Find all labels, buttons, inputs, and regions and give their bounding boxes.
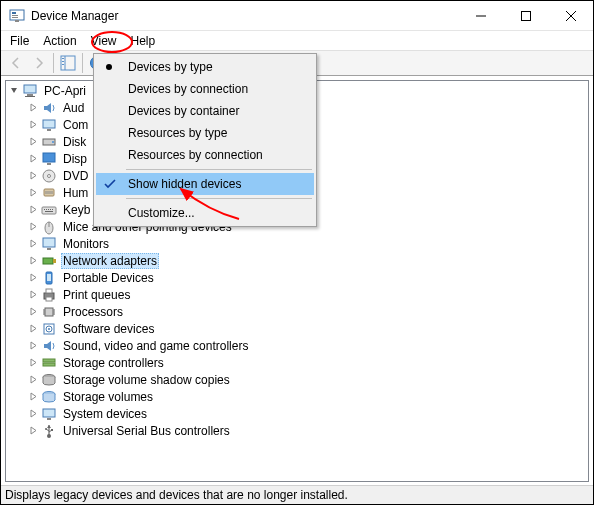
menu-action[interactable]: Action (36, 33, 83, 49)
svg-point-22 (52, 141, 54, 143)
svg-point-69 (45, 428, 47, 430)
svg-rect-65 (47, 418, 51, 420)
tree-item[interactable]: Monitors (6, 235, 588, 252)
expander-icon[interactable] (27, 170, 39, 182)
tree-item[interactable]: Universal Serial Bus controllers (6, 422, 588, 439)
svg-rect-18 (25, 96, 35, 97)
computer-icon (22, 83, 38, 99)
device-category-icon (41, 389, 57, 405)
expander-icon[interactable] (27, 153, 39, 165)
expander-icon[interactable] (27, 102, 39, 114)
svg-rect-33 (44, 209, 45, 210)
svg-rect-64 (43, 409, 55, 417)
back-button[interactable] (5, 52, 27, 74)
tree-item[interactable]: Storage volumes (6, 388, 588, 405)
menu-help[interactable]: Help (124, 33, 163, 49)
tree-item-label: Portable Devices (61, 271, 156, 285)
expander-icon[interactable] (27, 289, 39, 301)
tree-item-label: Print queues (61, 288, 132, 302)
expander-icon[interactable] (27, 221, 39, 233)
tree-root-label: PC-Apri (42, 84, 88, 98)
expander-icon[interactable] (27, 340, 39, 352)
menu-bar: File Action View Help (1, 31, 593, 50)
device-category-icon (41, 423, 57, 439)
expander-icon[interactable] (27, 255, 39, 267)
device-category-icon (41, 134, 57, 150)
svg-point-26 (48, 174, 51, 177)
tree-item-label: Disk (61, 135, 88, 149)
svg-rect-36 (50, 209, 51, 210)
menu-show-hidden-devices[interactable]: Show hidden devices (96, 173, 314, 195)
tree-item[interactable]: System devices (6, 405, 588, 422)
menu-view[interactable]: View (84, 33, 124, 49)
show-hide-tree-button[interactable] (57, 52, 79, 74)
expander-icon[interactable] (27, 187, 39, 199)
svg-rect-6 (521, 11, 530, 20)
svg-rect-1 (12, 12, 16, 14)
svg-rect-46 (47, 274, 51, 281)
toolbar-divider (82, 53, 83, 73)
menu-item-label: Devices by type (128, 60, 213, 74)
expander-icon[interactable] (27, 119, 39, 131)
tree-item-label: Aud (61, 101, 86, 115)
expander-icon[interactable] (27, 272, 39, 284)
menu-devices-by-container[interactable]: Devices by container (96, 100, 314, 122)
tree-item-label: Storage volumes (61, 390, 155, 404)
close-button[interactable] (548, 1, 593, 30)
tree-item[interactable]: Network adapters (6, 252, 588, 269)
maximize-button[interactable] (503, 1, 548, 30)
tree-item[interactable]: Software devices (6, 320, 588, 337)
forward-button[interactable] (28, 52, 50, 74)
tree-item[interactable]: Storage volume shadow copies (6, 371, 588, 388)
device-category-icon (41, 321, 57, 337)
svg-rect-38 (45, 211, 53, 212)
tree-item-label: Sound, video and game controllers (61, 339, 250, 353)
expander-icon[interactable] (27, 391, 39, 403)
tree-item-label: Storage volume shadow copies (61, 373, 232, 387)
menu-item-label: Devices by container (128, 104, 239, 118)
tree-item-label: System devices (61, 407, 149, 421)
svg-rect-43 (43, 258, 53, 264)
svg-rect-60 (43, 359, 55, 362)
menu-file[interactable]: File (3, 33, 36, 49)
tree-item[interactable]: Processors (6, 303, 588, 320)
expander-icon[interactable] (27, 374, 39, 386)
expander-icon[interactable] (27, 323, 39, 335)
radio-bullet-icon (106, 64, 112, 70)
svg-rect-23 (43, 153, 55, 162)
device-category-icon (41, 151, 57, 167)
device-category-icon (41, 355, 57, 371)
expander-icon[interactable] (27, 306, 39, 318)
expander-icon[interactable] (27, 425, 39, 437)
menu-resources-by-type[interactable]: Resources by type (96, 122, 314, 144)
menu-item-label: Resources by connection (128, 148, 263, 162)
app-icon (9, 8, 25, 24)
tree-item[interactable]: Sound, video and game controllers (6, 337, 588, 354)
svg-rect-71 (51, 429, 53, 431)
tree-item[interactable]: Portable Devices (6, 269, 588, 286)
device-category-icon (41, 100, 57, 116)
expander-icon[interactable] (27, 238, 39, 250)
menu-item-label: Customize... (128, 206, 195, 220)
check-icon (102, 176, 118, 192)
expander-icon[interactable] (27, 408, 39, 420)
svg-rect-32 (42, 207, 56, 214)
status-text: Displays legacy devices and devices that… (5, 488, 348, 502)
menu-customize[interactable]: Customize... (96, 202, 314, 224)
expander-icon[interactable] (8, 85, 20, 97)
window-title: Device Manager (31, 9, 458, 23)
device-category-icon (41, 202, 57, 218)
svg-rect-35 (48, 209, 49, 210)
menu-devices-by-type[interactable]: Devices by type (96, 56, 314, 78)
expander-icon[interactable] (27, 136, 39, 148)
menu-resources-by-connection[interactable]: Resources by connection (96, 144, 314, 166)
tree-item[interactable]: Storage controllers (6, 354, 588, 371)
menu-devices-by-connection[interactable]: Devices by connection (96, 78, 314, 100)
svg-point-59 (48, 328, 50, 330)
expander-icon[interactable] (27, 357, 39, 369)
expander-icon[interactable] (27, 204, 39, 216)
minimize-button[interactable] (458, 1, 503, 30)
device-category-icon (41, 372, 57, 388)
tree-item[interactable]: Print queues (6, 286, 588, 303)
tree-item-label: Monitors (61, 237, 111, 251)
